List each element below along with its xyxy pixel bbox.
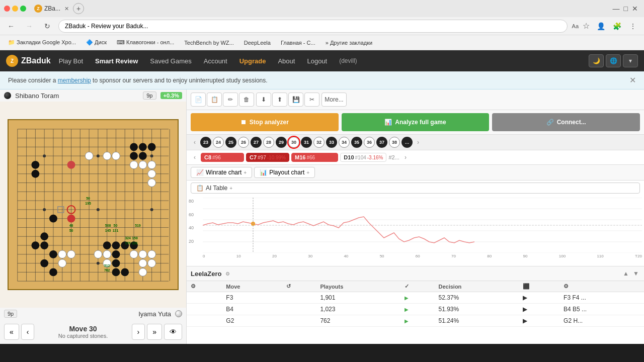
close-window-btn[interactable] — [4, 6, 10, 12]
menu-toggle[interactable]: ▾ — [623, 54, 638, 67]
save-btn[interactable]: 💾 — [288, 93, 303, 107]
sug-scroll-right[interactable]: › — [401, 152, 410, 162]
svg-point-68 — [85, 152, 93, 160]
theme-toggle[interactable]: 🌙 — [589, 54, 604, 67]
translate-icon[interactable]: Аа — [572, 23, 579, 29]
sug-scroll-left[interactable]: ‹ — [191, 152, 199, 162]
bookmark-icon[interactable]: ☆ — [583, 21, 590, 31]
first-move-btn[interactable]: « — [4, 324, 19, 340]
svg-point-67 — [121, 268, 129, 276]
bookmark-techbench[interactable]: TechBench by WZ... — [180, 39, 237, 47]
seq-stone-32[interactable]: 32 — [313, 137, 325, 148]
new-tab-btn[interactable]: + — [73, 3, 84, 14]
winrate-expand[interactable]: + — [244, 170, 247, 175]
bookmark-deepleela[interactable]: DeepLeela — [240, 39, 275, 47]
membership-link[interactable]: membership — [58, 77, 91, 84]
seq-stone-34[interactable]: 34 — [339, 137, 350, 148]
maximize-window-btn[interactable] — [20, 6, 26, 12]
seq-stone-more[interactable]: … — [401, 137, 413, 148]
seq-stone-33[interactable]: 33 — [326, 137, 337, 148]
nav-play-bot[interactable]: Play Bot — [55, 55, 87, 67]
seq-scroll-left[interactable]: ‹ — [191, 137, 199, 147]
engine-settings-icon[interactable]: ⚙ — [225, 271, 230, 277]
delete-btn[interactable]: 🗑 — [239, 93, 254, 107]
ai-scroll-down[interactable]: ▼ — [632, 269, 640, 278]
seq-scroll-right[interactable]: › — [414, 137, 422, 147]
language-toggle[interactable]: 🌐 — [606, 54, 621, 67]
profile-btn[interactable]: 👤 — [594, 19, 608, 33]
seq-stone-37[interactable]: 37 — [376, 137, 387, 148]
minimize-btn[interactable]: — — [613, 5, 620, 13]
connect-btn[interactable]: 🔗 Connect... — [492, 113, 640, 131]
more-btn[interactable]: More... — [321, 93, 347, 107]
seq-stone-38[interactable]: 38 — [389, 137, 400, 148]
svg-point-47 — [31, 170, 39, 178]
seq-stone-29[interactable]: 29 — [276, 137, 287, 148]
back-btn[interactable]: ← — [4, 19, 18, 33]
left-panel: Shibano Toram 9p +0.3% — [0, 89, 186, 344]
download-btn[interactable]: ⬇ — [256, 93, 271, 107]
svg-text:158: 158 — [132, 236, 138, 240]
seq-stone-23[interactable]: 23 — [200, 137, 211, 148]
ai-table-expand[interactable]: + — [229, 186, 232, 191]
go-board[interactable]: 50 195 48 50 508 145 50 131 519 324 176 … — [8, 119, 179, 290]
playout-chart-tab[interactable]: 📊 Playout chart + — [254, 167, 315, 178]
svg-point-73 — [148, 161, 156, 169]
new-game-btn[interactable]: 📄 — [191, 93, 206, 107]
bookmark-glavnaya[interactable]: Главная - С... — [277, 39, 319, 47]
edit-btn[interactable]: ✏ — [223, 93, 238, 107]
prev-move-btn[interactable]: ‹ — [21, 324, 35, 340]
seq-stone-27[interactable]: 27 — [251, 137, 262, 148]
row-b4-dec-icon: ▶ — [400, 304, 435, 315]
address-input[interactable] — [58, 20, 568, 33]
next-move-btn[interactable]: › — [132, 324, 145, 340]
bookmark-google[interactable]: 📁 Закладки Google Хро... — [4, 38, 80, 47]
restore-btn[interactable]: □ — [624, 5, 628, 13]
bookmark-disk[interactable]: 🔷 Диск — [82, 38, 111, 47]
bookmark-other[interactable]: » Другие закладки — [321, 39, 376, 47]
eye-btn[interactable]: 👁 — [164, 324, 182, 340]
col-extra1: ⬛ — [519, 281, 559, 292]
forward-btn[interactable]: → — [22, 19, 36, 33]
suggestion-c7[interactable]: C7 #97 -10.99% — [246, 153, 289, 162]
share-btn[interactable]: ✂ — [304, 93, 319, 107]
seq-stone-30[interactable]: 30 — [288, 137, 299, 148]
suggestion-m16[interactable]: M16 #66 -10.58% — [291, 153, 338, 162]
stop-analyzer-btn[interactable]: ⏹ Stop analyzer — [191, 113, 339, 131]
nav-logout[interactable]: Logout — [303, 55, 331, 67]
ai-table-tab[interactable]: 📋 AI Table + — [191, 183, 640, 194]
winrate-chart-tab[interactable]: 📈 Winrate chart + — [191, 167, 252, 178]
seq-stone-25[interactable]: 25 — [225, 137, 236, 148]
playout-expand[interactable]: + — [306, 170, 309, 175]
row-f3-text: F3 F4 ... — [559, 292, 644, 304]
seq-stone-24[interactable]: 24 — [213, 137, 224, 148]
seq-stone-36[interactable]: 36 — [364, 137, 375, 148]
nav-account[interactable]: Account — [200, 55, 231, 67]
extensions-btn[interactable]: 🧩 — [610, 19, 624, 33]
bookmark-klavogonki[interactable]: ⌨ Клавогонки - онл... — [113, 38, 178, 47]
nav-about[interactable]: About — [274, 55, 299, 67]
notification-close[interactable]: ✕ — [629, 75, 636, 85]
seq-stone-31[interactable]: 31 — [301, 137, 312, 148]
ai-scroll-up[interactable]: ▲ — [622, 269, 630, 278]
suggestion-d10[interactable]: D10 #104 -3.16% — [340, 153, 386, 162]
minimize-window-btn[interactable] — [12, 6, 18, 12]
analyze-full-game-btn[interactable]: 📊 Analyze full game — [342, 113, 490, 131]
seq-stone-35[interactable]: 35 — [351, 137, 362, 148]
tab-close[interactable]: ✕ — [64, 6, 69, 12]
close-btn[interactable]: ✕ — [632, 5, 638, 13]
tool-group-2: ⬇ ⬆ 💾 ✂ — [256, 93, 319, 107]
nav-saved-games[interactable]: Saved Games — [146, 55, 195, 67]
seq-stone-26[interactable]: 26 — [238, 137, 249, 148]
nav-smart-review[interactable]: Smart Review — [91, 55, 142, 67]
copy-btn[interactable]: 📋 — [207, 93, 222, 107]
nav-upgrade[interactable]: Upgrade — [235, 55, 270, 67]
reload-btn[interactable]: ↻ — [40, 19, 54, 33]
row-f3-move: F3 — [222, 292, 282, 304]
tool-group-1: 📄 📋 ✏ 🗑 — [191, 93, 254, 107]
settings-btn[interactable]: ⋮ — [626, 19, 640, 33]
suggestion-c8[interactable]: C8 #96 -16.64% — [201, 153, 244, 162]
upload-btn[interactable]: ⬆ — [272, 93, 287, 107]
last-move-btn[interactable]: » — [147, 324, 162, 340]
seq-stone-28[interactable]: 28 — [263, 137, 274, 148]
